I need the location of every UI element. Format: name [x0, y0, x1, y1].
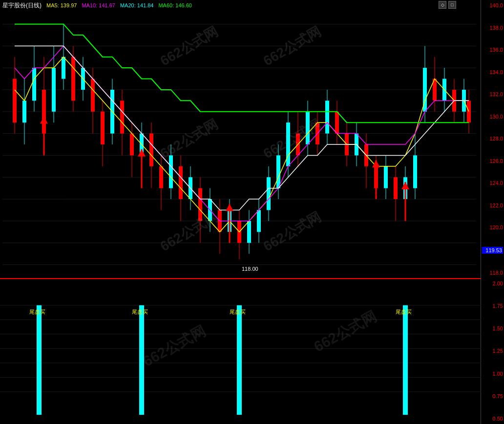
ma20-label: MA20: 141.84: [120, 2, 154, 8]
right-axis-sub: 2.00 1.75 1.50 1.25 1.00 0.75 0.50: [481, 278, 504, 424]
ma10-label: MA10: 141.67: [82, 2, 115, 8]
diamond-button[interactable]: ◇: [439, 1, 446, 9]
right-axis-main: 140.0 138.0 136.0 134.0 132.0 130.0 128.…: [481, 0, 504, 278]
chart-title: 星宇股份(日线): [2, 1, 42, 10]
sub-chart-canvas: [0, 279, 481, 424]
restore-button[interactable]: □: [448, 1, 456, 9]
ma5-label: MA5: 139.97: [46, 2, 77, 8]
ma60-label: MA60: 146.60: [158, 2, 192, 8]
main-chart-canvas: [0, 11, 481, 278]
